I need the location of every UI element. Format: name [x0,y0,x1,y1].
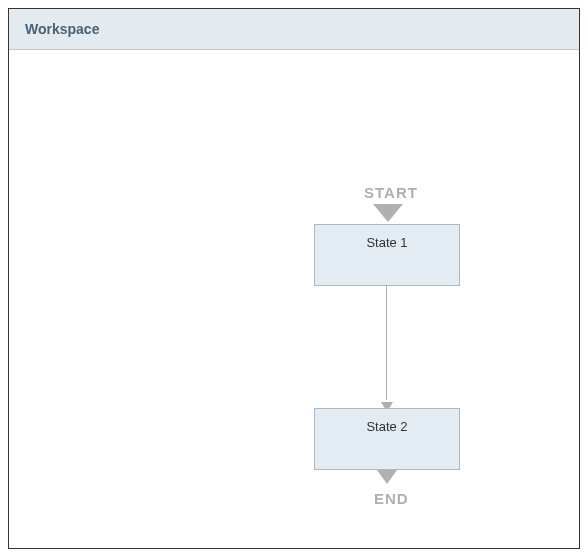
state-node-2[interactable]: State 2 [314,408,460,470]
start-label: START [364,184,418,201]
state-label: State 1 [366,235,407,250]
end-arrow-icon [377,470,397,490]
end-label: END [374,490,409,507]
connector-line [386,286,387,400]
svg-marker-0 [373,204,403,222]
panel-title: Workspace [25,21,99,37]
workspace-panel: Workspace START State 1 State 2 END [8,8,580,549]
state-node-1[interactable]: State 1 [314,224,460,286]
svg-marker-2 [377,470,397,484]
flow-canvas[interactable]: START State 1 State 2 END [9,50,579,545]
panel-header: Workspace [9,9,579,50]
state-label: State 2 [366,419,407,434]
